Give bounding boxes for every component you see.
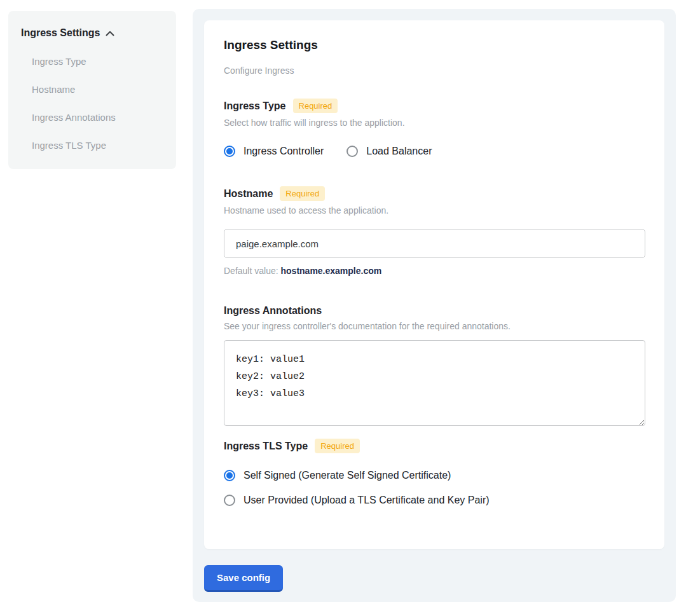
settings-sidebar: Ingress Settings Ingress Type Hostname I… — [8, 11, 176, 169]
chevron-up-icon — [106, 31, 114, 36]
ingress-annotations-label: Ingress Annotations — [224, 305, 322, 317]
radio-icon — [224, 495, 235, 506]
ingress-settings-panel: Ingress Settings Configure Ingress Ingre… — [193, 9, 676, 602]
hostname-default-line: Default value: hostname.example.com — [224, 266, 645, 276]
sidebar-group-label: Ingress Settings — [21, 27, 100, 39]
sidebar-item-list: Ingress Type Hostname Ingress Annotation… — [21, 56, 163, 151]
radio-icon — [224, 146, 235, 157]
hostname-input[interactable] — [224, 229, 645, 258]
default-value-label: Default value: — [224, 266, 281, 276]
ingress-type-description: Select how traffic will ingress to the a… — [224, 118, 645, 128]
sidebar-group-ingress-settings[interactable]: Ingress Settings — [21, 27, 163, 39]
hostname-description: Hostname used to access the application. — [224, 205, 645, 216]
radio-user-provided[interactable]: User Provided (Upload a TLS Certificate … — [224, 495, 645, 506]
radio-ingress-controller[interactable]: Ingress Controller — [224, 146, 324, 157]
sidebar-item-hostname[interactable]: Hostname — [32, 84, 163, 95]
field-ingress-annotations: Ingress Annotations See your ingress con… — [224, 305, 645, 426]
sidebar-item-ingress-tls-type[interactable]: Ingress TLS Type — [32, 140, 163, 151]
default-value-text: hostname.example.com — [281, 266, 382, 276]
required-badge: Required — [315, 439, 360, 453]
ingress-annotations-description: See your ingress controller's documentat… — [224, 321, 645, 331]
ingress-type-label: Ingress Type — [224, 100, 286, 112]
ingress-settings-card: Ingress Settings Configure Ingress Ingre… — [204, 20, 664, 549]
field-ingress-tls-type: Ingress TLS Type Required Self Signed (G… — [224, 439, 645, 506]
field-ingress-type: Ingress Type Required Select how traffic… — [224, 99, 645, 157]
radio-load-balancer[interactable]: Load Balancer — [346, 146, 432, 157]
page-subtitle: Configure Ingress — [224, 65, 645, 76]
radio-icon — [346, 146, 358, 157]
ingress-annotations-textarea[interactable]: key1: value1 key2: value2 key3: value3 — [224, 340, 645, 426]
ingress-tls-radio-group: Self Signed (Generate Self Signed Certif… — [224, 470, 645, 506]
sidebar-item-ingress-annotations[interactable]: Ingress Annotations — [32, 112, 163, 123]
hostname-label: Hostname — [224, 188, 273, 200]
required-badge: Required — [293, 99, 338, 113]
save-config-button[interactable]: Save config — [204, 565, 283, 592]
field-hostname: Hostname Required Hostname used to acces… — [224, 186, 645, 276]
sidebar-item-ingress-type[interactable]: Ingress Type — [32, 56, 163, 67]
page-title: Ingress Settings — [224, 38, 645, 52]
ingress-tls-type-label: Ingress TLS Type — [224, 441, 308, 452]
radio-self-signed[interactable]: Self Signed (Generate Self Signed Certif… — [224, 470, 645, 481]
radio-icon — [224, 470, 235, 481]
ingress-type-radio-group: Ingress Controller Load Balancer — [224, 146, 645, 157]
required-badge: Required — [280, 186, 325, 201]
